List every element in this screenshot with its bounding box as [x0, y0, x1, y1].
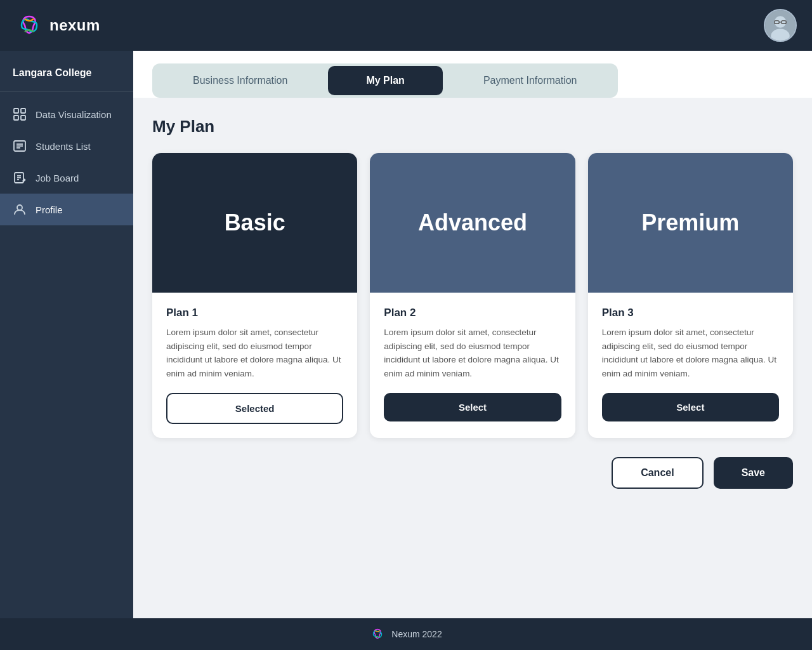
list-icon — [13, 139, 27, 153]
svg-point-20 — [17, 205, 22, 210]
nexum-logo-icon — [15, 11, 43, 39]
bottom-actions: Cancel Save — [152, 457, 793, 489]
content-area: Business Information My Plan Payment Inf… — [133, 51, 812, 618]
plan-body-premium: Plan 3 Lorem ipsum dolor sit amet, conse… — [588, 293, 793, 435]
plan-description-advanced: Lorem ipsum dolor sit amet, consectetur … — [384, 326, 561, 380]
svg-rect-9 — [14, 116, 18, 120]
svg-rect-10 — [21, 116, 25, 120]
plan-select-button-premium[interactable]: Select — [602, 393, 779, 421]
edit-icon — [13, 171, 27, 185]
plan-body-advanced: Plan 2 Lorem ipsum dolor sit amet, conse… — [370, 293, 575, 435]
page-title: My Plan — [152, 117, 793, 136]
user-avatar[interactable] — [764, 9, 797, 42]
main-content: My Plan Basic Plan 1 Lorem ipsum dolor s… — [133, 98, 812, 618]
plan-select-button-advanced[interactable]: Select — [384, 393, 561, 421]
plan-name-advanced: Advanced — [418, 209, 527, 236]
sidebar-item-data-visualization[interactable]: Data Visualization — [0, 98, 133, 130]
person-icon — [13, 202, 27, 216]
plan-label-basic: Plan 1 — [166, 307, 343, 319]
plan-description-premium: Lorem ipsum dolor sit amet, consectetur … — [602, 326, 779, 380]
logo-text: nexum — [49, 17, 100, 34]
cancel-button[interactable]: Cancel — [612, 457, 703, 489]
sidebar-company-name: Langara College — [0, 57, 133, 92]
plan-label-advanced: Plan 2 — [384, 307, 561, 319]
plan-description-basic: Lorem ipsum dolor sit amet, consectetur … — [166, 326, 343, 380]
svg-rect-8 — [21, 109, 25, 113]
sidebar-item-label: Students List — [36, 141, 91, 152]
sidebar: Langara College Data Visualization — [0, 51, 133, 618]
svg-rect-7 — [14, 109, 18, 113]
tab-bar: Business Information My Plan Payment Inf… — [133, 51, 812, 98]
plan-header-basic: Basic — [152, 153, 357, 293]
top-navigation: nexum — [0, 0, 812, 51]
grid-icon — [13, 107, 27, 121]
tab-payment-information[interactable]: Payment Information — [445, 66, 615, 95]
plan-name-premium: Premium — [641, 209, 739, 236]
tab-container: Business Information My Plan Payment Inf… — [152, 63, 618, 98]
footer-logo-icon — [370, 627, 385, 642]
plan-body-basic: Plan 1 Lorem ipsum dolor sit amet, conse… — [152, 293, 357, 438]
plans-grid: Basic Plan 1 Lorem ipsum dolor sit amet,… — [152, 153, 793, 438]
plan-name-basic: Basic — [225, 209, 285, 236]
tab-my-plan[interactable]: My Plan — [328, 66, 442, 95]
sidebar-item-students-list[interactable]: Students List — [0, 130, 133, 162]
sidebar-item-label: Profile — [36, 204, 63, 215]
plan-header-advanced: Advanced — [370, 153, 575, 293]
save-button[interactable]: Save — [714, 457, 793, 489]
plan-card-premium: Premium Plan 3 Lorem ipsum dolor sit ame… — [588, 153, 793, 438]
plan-card-advanced: Advanced Plan 2 Lorem ipsum dolor sit am… — [370, 153, 575, 438]
plan-card-basic: Basic Plan 1 Lorem ipsum dolor sit amet,… — [152, 153, 357, 438]
plan-header-premium: Premium — [588, 153, 793, 293]
footer: Nexum 2022 — [0, 618, 812, 650]
sidebar-item-job-board[interactable]: Job Board — [0, 162, 133, 194]
logo-area: nexum — [15, 11, 100, 39]
sidebar-item-label: Job Board — [36, 173, 79, 183]
plan-label-premium: Plan 3 — [602, 307, 779, 319]
sidebar-navigation: Data Visualization Students List — [0, 92, 133, 225]
sidebar-item-label: Data Visualization — [36, 109, 112, 120]
tab-business-information[interactable]: Business Information — [155, 66, 325, 95]
sidebar-item-profile[interactable]: Profile — [0, 194, 133, 225]
plan-selected-button-basic[interactable]: Selected — [166, 393, 343, 424]
footer-text: Nexum 2022 — [391, 629, 442, 639]
